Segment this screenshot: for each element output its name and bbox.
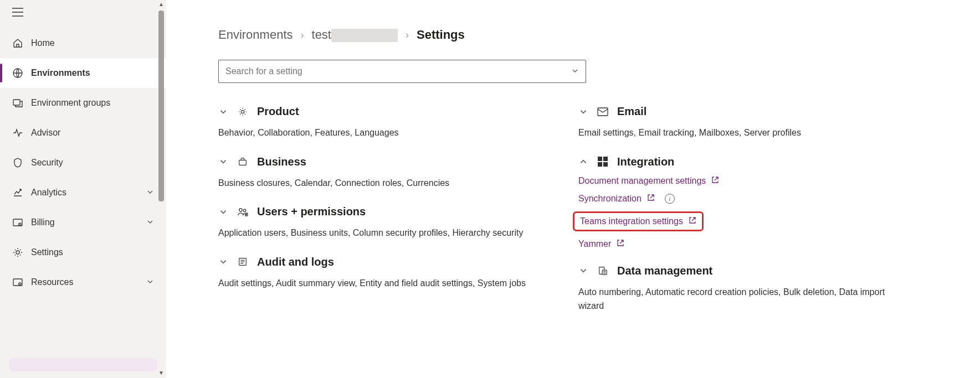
chevron-down-icon xyxy=(218,157,228,167)
settings-search[interactable] xyxy=(218,60,586,83)
link-label: Synchronization xyxy=(578,194,642,204)
chevron-down-icon xyxy=(571,67,579,76)
scrollbar-thumb[interactable] xyxy=(158,11,164,201)
info-icon[interactable]: i xyxy=(665,194,675,204)
windows-icon xyxy=(597,156,608,167)
svg-point-10 xyxy=(241,110,244,113)
redacted-text xyxy=(331,29,398,42)
people-icon xyxy=(237,206,248,218)
link-yammer[interactable]: Yammer xyxy=(578,239,889,249)
category-subtitle: Auto numbering, Automatic record creatio… xyxy=(578,285,889,313)
sidebar-item-label: Environment groups xyxy=(31,98,154,108)
category-title: Business xyxy=(257,156,306,168)
environment-groups-icon xyxy=(12,97,23,108)
chevron-down-icon xyxy=(218,257,228,267)
category-integration: Integration Document management settings… xyxy=(578,156,889,249)
search-input[interactable] xyxy=(225,66,571,76)
integration-links: Document management settings Synchroniza… xyxy=(578,176,889,249)
gear-icon xyxy=(237,106,248,117)
sidebar-nav: Home Environments Environment groups Adv… xyxy=(0,28,166,351)
sidebar-item-environment-groups[interactable]: Environment groups xyxy=(0,88,166,118)
briefcase-icon xyxy=(237,156,248,167)
breadcrumb: Environments › test › Settings xyxy=(218,28,980,42)
external-link-icon xyxy=(689,216,696,226)
svg-rect-17 xyxy=(598,108,608,116)
sidebar-promo-card[interactable] xyxy=(9,358,157,371)
mail-icon xyxy=(597,106,608,117)
category-title: Integration xyxy=(617,156,674,168)
category-title: Data management xyxy=(617,265,712,277)
svg-rect-11 xyxy=(239,160,247,165)
chevron-down-icon xyxy=(146,278,154,287)
link-label: Document management settings xyxy=(578,176,706,186)
category-subtitle: Audit settings, Audit summary view, Enti… xyxy=(218,276,529,291)
category-subtitle: Business closures, Calendar, Connection … xyxy=(218,176,529,190)
sidebar-item-label: Resources xyxy=(31,277,146,287)
main-content: Environments › test › Settings xyxy=(166,0,980,378)
sidebar-scrollbar[interactable]: ▲ ▼ xyxy=(157,0,165,378)
svg-rect-23 xyxy=(602,270,607,275)
category-header[interactable]: Integration xyxy=(578,156,889,168)
category-header[interactable]: Data management xyxy=(578,265,889,277)
sidebar-item-label: Environments xyxy=(31,68,154,78)
chevron-down-icon xyxy=(578,266,588,276)
category-header[interactable]: Business xyxy=(218,156,529,168)
category-product: Product Behavior, Collaboration, Feature… xyxy=(218,105,529,140)
category-audit: Audit and logs Audit settings, Audit sum… xyxy=(218,256,529,291)
category-subtitle: Email settings, Email tracking, Mailboxe… xyxy=(578,126,889,140)
category-business: Business Business closures, Calendar, Co… xyxy=(218,156,529,190)
breadcrumb-current: Settings xyxy=(417,28,465,42)
scroll-down-icon: ▼ xyxy=(158,308,164,378)
settings-column-left: Product Behavior, Collaboration, Feature… xyxy=(218,105,529,329)
svg-rect-14 xyxy=(245,213,248,216)
sidebar-item-advisor[interactable]: Advisor xyxy=(0,118,166,148)
billing-icon xyxy=(12,217,23,228)
hamburger-button[interactable] xyxy=(0,0,166,28)
link-label: Teams integration settings xyxy=(580,216,683,226)
category-title: Product xyxy=(257,105,299,118)
sidebar-item-environments[interactable]: Environments xyxy=(0,58,166,88)
external-link-icon xyxy=(711,176,719,186)
breadcrumb-env-label: test xyxy=(312,28,331,42)
sidebar-item-settings[interactable]: Settings xyxy=(0,237,166,267)
scroll-up-icon: ▲ xyxy=(158,0,164,9)
category-users: Users + permissions Application users, B… xyxy=(218,205,529,240)
category-header[interactable]: Users + permissions xyxy=(218,205,529,218)
svg-rect-4 xyxy=(13,100,20,105)
svg-point-12 xyxy=(239,209,242,211)
sidebar-item-label: Billing xyxy=(31,218,146,227)
sidebar-item-billing[interactable]: Billing xyxy=(0,208,166,237)
breadcrumb-root[interactable]: Environments xyxy=(218,28,293,42)
link-teams-integration[interactable]: Teams integration settings xyxy=(573,211,704,231)
sidebar-item-security[interactable]: Security xyxy=(0,148,166,178)
svg-point-7 xyxy=(16,251,19,254)
chevron-down-icon xyxy=(218,107,228,117)
category-data-management: Data management Auto numbering, Automati… xyxy=(578,265,889,313)
breadcrumb-env[interactable]: test xyxy=(312,28,398,42)
sidebar-item-label: Advisor xyxy=(31,128,154,138)
chevron-down-icon xyxy=(578,107,588,117)
sidebar-item-label: Analytics xyxy=(31,188,146,198)
pulse-icon xyxy=(12,127,23,138)
link-document-management[interactable]: Document management settings xyxy=(578,176,889,186)
chevron-up-icon xyxy=(578,157,588,167)
link-synchronization[interactable]: Synchronization i xyxy=(578,194,889,204)
category-header[interactable]: Product xyxy=(218,105,529,118)
svg-point-15 xyxy=(246,214,247,215)
category-title: Users + permissions xyxy=(257,205,366,218)
list-icon xyxy=(237,256,248,267)
settings-columns: Product Behavior, Collaboration, Feature… xyxy=(218,105,980,329)
settings-column-right: Email Email settings, Email tracking, Ma… xyxy=(578,105,889,329)
chevron-right-icon: › xyxy=(406,29,409,41)
sidebar-item-label: Settings xyxy=(31,247,154,257)
sidebar-item-home[interactable]: Home xyxy=(0,28,166,58)
external-link-icon xyxy=(617,239,624,249)
shield-icon xyxy=(12,157,23,168)
globe-icon xyxy=(12,68,23,79)
database-icon xyxy=(597,265,608,276)
category-header[interactable]: Audit and logs xyxy=(218,256,529,268)
category-header[interactable]: Email xyxy=(578,105,889,118)
sidebar-item-label: Security xyxy=(31,158,154,168)
sidebar-item-analytics[interactable]: Analytics xyxy=(0,178,166,208)
sidebar-item-resources[interactable]: Resources xyxy=(0,267,166,297)
